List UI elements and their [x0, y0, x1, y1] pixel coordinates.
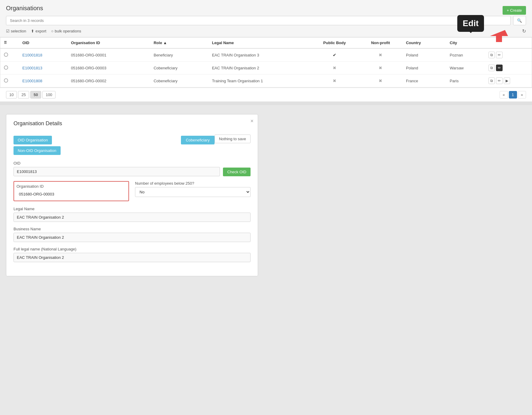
- col-orgid-header[interactable]: Organisation ID: [68, 38, 150, 48]
- row-actions-2: ⧉ ✏ ▶: [485, 74, 532, 87]
- row-role-1: Cobeneficiary: [150, 62, 208, 74]
- row-nonprofit-1: ✖: [359, 62, 402, 74]
- row-oid-1: E10001813: [19, 62, 68, 74]
- row-role-2: Cobeneficiary: [150, 74, 208, 87]
- role-button[interactable]: Cobeneficiary: [181, 136, 215, 144]
- search-input[interactable]: [6, 16, 511, 25]
- refresh-button[interactable]: ↻: [522, 28, 526, 34]
- col-oid-header[interactable]: OID: [19, 38, 68, 48]
- x-icon: ✖: [333, 78, 336, 83]
- two-col-row: Organisation ID Number of employees belo…: [14, 181, 251, 202]
- oid-group: OID Check OID: [14, 161, 251, 176]
- per-page-50[interactable]: 50: [30, 91, 41, 98]
- edit-row-button-1[interactable]: ✏: [496, 65, 503, 71]
- col-city-header[interactable]: City: [446, 38, 485, 48]
- org-id-col: Organisation ID: [14, 181, 129, 202]
- selection-action[interactable]: ☑ selection: [6, 29, 26, 33]
- modal-title: Organisation Details: [14, 120, 251, 127]
- table-row: E10001808 051680-ORG-00002 Cobeneficiary…: [0, 74, 532, 87]
- row-role-0: Beneficiary: [150, 48, 208, 62]
- create-button[interactable]: + Create: [503, 6, 526, 15]
- business-name-group: Business Name: [14, 227, 251, 242]
- radio-circle-0[interactable]: [4, 53, 8, 57]
- row-orgid-0: 051680-ORG-00001: [68, 48, 150, 62]
- x-icon: ✖: [379, 78, 382, 83]
- employees-label: Number of employees below 250?: [135, 181, 251, 186]
- row-actions-1: ⧉ ✏: [485, 62, 532, 74]
- arrow-indicator: [484, 27, 508, 46]
- org-id-input[interactable]: [17, 190, 126, 198]
- copy-row-button-2[interactable]: ⧉: [488, 77, 495, 84]
- row-radio-2[interactable]: [0, 74, 19, 87]
- legal-name-input[interactable]: [14, 213, 251, 222]
- oid-input[interactable]: [14, 167, 220, 176]
- copy-row-button-0[interactable]: ⧉: [488, 52, 495, 58]
- edit-row-button-0[interactable]: ✏: [496, 52, 503, 58]
- nothing-to-save-button[interactable]: Nothing to save: [215, 135, 251, 143]
- row-country-0: Poland: [402, 48, 446, 62]
- copy-row-button-1[interactable]: ⧉: [488, 65, 495, 71]
- row-nonprofit-0: ✖: [359, 48, 402, 62]
- export-icon: ⬆: [31, 29, 34, 33]
- arrow-row-button-2[interactable]: ▶: [504, 77, 510, 84]
- row-legal-2: Training Team Organisation 1: [208, 74, 310, 87]
- page-1-button[interactable]: 1: [509, 91, 517, 98]
- per-page-25[interactable]: 25: [18, 91, 29, 98]
- radio-circle-2[interactable]: [4, 78, 8, 83]
- full-legal-name-group: Full legal name (National Language): [14, 247, 251, 262]
- row-actions-0: ⧉ ✏: [485, 48, 532, 62]
- next-page-button[interactable]: »: [518, 91, 526, 98]
- col-country-header[interactable]: Country: [402, 38, 446, 48]
- col-select-header: ⠿: [0, 38, 19, 48]
- legal-name-group: Legal Name: [14, 207, 251, 222]
- per-page-100[interactable]: 100: [42, 91, 56, 98]
- search-icon: 🔍: [517, 18, 522, 23]
- row-public-1: ✖: [311, 62, 359, 74]
- search-button[interactable]: 🔍: [513, 16, 526, 25]
- prev-page-button[interactable]: «: [500, 91, 508, 98]
- check-icon: ✔: [333, 53, 336, 57]
- row-legal-0: EAC TRAIN Organisation 3: [208, 48, 310, 62]
- radio-circle-1[interactable]: [4, 65, 8, 70]
- col-public-header[interactable]: Public Body: [311, 38, 359, 48]
- non-oid-organisation-button[interactable]: Non-OID Organisation: [14, 146, 61, 155]
- business-name-input[interactable]: [14, 233, 251, 242]
- x-icon: ✖: [333, 65, 336, 70]
- per-page-10[interactable]: 10: [6, 91, 17, 98]
- row-public-0: ✔: [311, 48, 359, 62]
- page-title: Organisations: [6, 5, 43, 12]
- row-radio-1[interactable]: [0, 62, 19, 74]
- row-orgid-2: 051680-ORG-00002: [68, 74, 150, 87]
- row-orgid-1: 051680-ORG-00003: [68, 62, 150, 74]
- pagination-bar: 10 25 50 100 « 1 »: [0, 88, 532, 101]
- row-city-1: Warsaw: [446, 62, 485, 74]
- col-legal-header[interactable]: Legal Name: [208, 38, 310, 48]
- col-role-header[interactable]: Role ▲: [150, 38, 208, 48]
- row-legal-1: EAC TRAIN Organisation 2: [208, 62, 310, 74]
- full-legal-name-label: Full legal name (National Language): [14, 247, 251, 251]
- oid-organisation-button[interactable]: OID Organisation: [14, 136, 52, 144]
- bulk-icon: ○: [51, 29, 53, 33]
- row-city-0: Poznan: [446, 48, 485, 62]
- row-radio-0[interactable]: [0, 48, 19, 62]
- org-id-label: Organisation ID: [17, 184, 126, 189]
- edit-row-button-2[interactable]: ✏: [496, 77, 503, 84]
- full-legal-name-input[interactable]: [14, 253, 251, 262]
- org-id-group: Organisation ID: [14, 181, 129, 201]
- check-oid-button[interactable]: Check OID: [223, 168, 251, 176]
- row-public-2: ✖: [311, 74, 359, 87]
- x-icon: ✖: [379, 65, 382, 70]
- modal-overlay: Organisation Details × Nothing to save O…: [0, 108, 532, 282]
- bulk-operations-action[interactable]: ○ bulk operations: [51, 29, 81, 33]
- legal-name-label: Legal Name: [14, 207, 251, 211]
- table-row: E10001813 051680-ORG-00003 Cobeneficiary…: [0, 62, 532, 74]
- employees-col: Number of employees below 250? No Yes: [135, 181, 251, 202]
- export-action[interactable]: ⬆ export: [31, 29, 46, 33]
- per-page-selector: 10 25 50 100: [6, 91, 56, 98]
- employees-group: Number of employees below 250? No Yes: [135, 181, 251, 197]
- employees-select[interactable]: No Yes: [135, 187, 251, 197]
- row-oid-2: E10001808: [19, 74, 68, 87]
- svg-marker-0: [490, 30, 508, 42]
- modal-close-button[interactable]: ×: [250, 118, 254, 124]
- col-nonprofit-header[interactable]: Non-profit: [359, 38, 402, 48]
